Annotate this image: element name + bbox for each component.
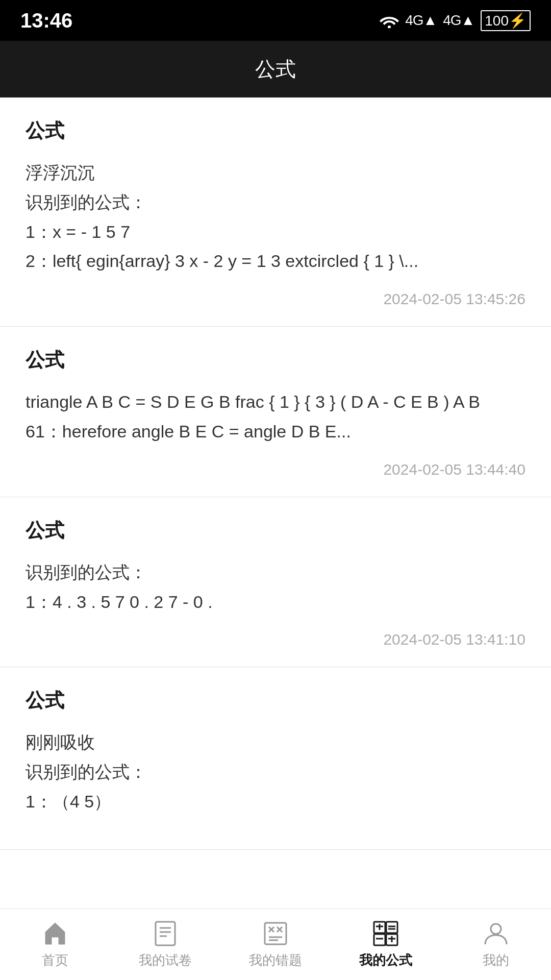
tab-formulas-label: 我的公式 xyxy=(359,951,412,969)
card-3-body: 识别到的公式：1：4 . 3 . 5 7 0 . 2 7 - 0 . xyxy=(26,558,525,617)
tab-exams-label: 我的试卷 xyxy=(139,951,192,969)
formula-card-3[interactable]: 公式 识别到的公式：1：4 . 3 . 5 7 0 . 2 7 - 0 . 20… xyxy=(0,497,551,668)
tab-exams[interactable]: 我的试卷 xyxy=(110,909,220,980)
mine-icon xyxy=(482,920,510,947)
bottom-tab-bar: 首页 我的试卷 我的错题 xyxy=(0,909,551,980)
home-icon xyxy=(41,920,69,947)
svg-rect-5 xyxy=(265,923,286,944)
content-area: 公式 浮浮沉沉识别到的公式：1：x = - 1 5 72：left{ egin{… xyxy=(0,97,551,909)
status-time: 13:46 xyxy=(20,9,72,32)
tab-errors-label: 我的错题 xyxy=(249,951,302,969)
tab-home-label: 首页 xyxy=(42,951,68,969)
top-nav-bar: 公式 xyxy=(0,41,551,97)
formula-card-1[interactable]: 公式 浮浮沉沉识别到的公式：1：x = - 1 5 72：left{ egin{… xyxy=(0,97,551,327)
status-icons: 4G▲ 4G▲ 100⚡ xyxy=(380,10,531,31)
status-bar: 13:46 4G▲ 4G▲ 100⚡ xyxy=(0,0,551,41)
page-title: 公式 xyxy=(255,58,296,80)
card-1-timestamp: 2024-02-05 13:45:26 xyxy=(26,290,525,308)
errors-icon xyxy=(262,920,289,947)
card-4-body: 刚刚吸收识别到的公式：1：（4 5） xyxy=(26,728,525,816)
card-2-title: 公式 xyxy=(26,347,525,373)
tab-mine[interactable]: 我的 xyxy=(441,909,551,980)
signal-4g-2-icon: 4G▲ xyxy=(443,12,474,29)
tab-mine-label: 我的 xyxy=(483,951,509,969)
tab-errors[interactable]: 我的错题 xyxy=(220,909,331,980)
card-4-title: 公式 xyxy=(26,688,525,714)
svg-rect-1 xyxy=(156,922,175,945)
exams-icon xyxy=(152,920,179,947)
formula-card-4[interactable]: 公式 刚刚吸收识别到的公式：1：（4 5） xyxy=(0,667,551,849)
card-2-body: triangle A B C = S D E G B frac { 1 } { … xyxy=(26,387,525,447)
card-2-timestamp: 2024-02-05 13:44:40 xyxy=(26,461,525,478)
signal-4g-1-icon: 4G▲ xyxy=(405,12,437,29)
formula-card-2[interactable]: 公式 triangle A B C = S D E G B frac { 1 }… xyxy=(0,327,551,497)
svg-point-0 xyxy=(388,26,391,28)
wifi-icon xyxy=(380,13,399,28)
card-3-timestamp: 2024-02-05 13:41:10 xyxy=(26,631,525,648)
formulas-icon xyxy=(372,920,399,947)
tab-home[interactable]: 首页 xyxy=(0,909,110,980)
svg-rect-18 xyxy=(374,934,385,945)
svg-point-23 xyxy=(491,924,501,934)
card-3-title: 公式 xyxy=(26,518,525,544)
card-1-title: 公式 xyxy=(26,118,525,144)
svg-rect-15 xyxy=(386,922,397,933)
card-1-body: 浮浮沉沉识别到的公式：1：x = - 1 5 72：left{ egin{arr… xyxy=(26,158,525,276)
tab-formulas[interactable]: 我的公式 xyxy=(331,909,441,980)
battery-icon: 100⚡ xyxy=(481,10,531,31)
